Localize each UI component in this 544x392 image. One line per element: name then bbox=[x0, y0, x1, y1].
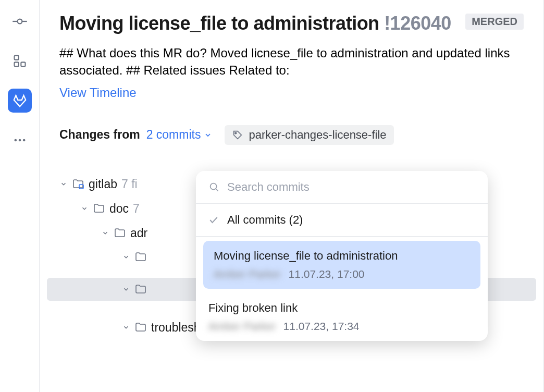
apps-nav-icon[interactable] bbox=[8, 49, 32, 73]
status-badge: MERGED bbox=[465, 14, 524, 30]
mr-title-text: Moving license_file to administration bbox=[59, 13, 379, 34]
commit-title: Fixing broken link bbox=[208, 301, 475, 315]
repo-folder-icon bbox=[72, 178, 84, 190]
tree-node-name: doc bbox=[109, 202, 129, 216]
branch-chip[interactable]: parker-changes-license-file bbox=[225, 125, 393, 145]
svg-point-7 bbox=[18, 139, 21, 142]
svg-rect-3 bbox=[14, 56, 18, 60]
svg-rect-5 bbox=[21, 62, 25, 66]
all-commits-label: All commits (2) bbox=[227, 213, 303, 227]
chevron-down-icon bbox=[59, 180, 68, 188]
commit-item[interactable]: Fixing broken link Amber Parker 11.07.23… bbox=[196, 293, 488, 341]
mr-number: !126040 bbox=[384, 13, 451, 34]
left-sidebar bbox=[0, 0, 40, 392]
svg-point-6 bbox=[14, 139, 17, 142]
tree-node-name: gitlab bbox=[89, 177, 117, 191]
commit-title: Moving license_file to administration bbox=[214, 249, 470, 263]
chevron-down-icon bbox=[101, 229, 109, 237]
commits-search-row bbox=[196, 171, 488, 204]
chevron-down-icon bbox=[80, 204, 89, 213]
changes-from-label: Changes from bbox=[59, 128, 140, 142]
chevron-down-icon bbox=[204, 131, 212, 139]
branch-name: parker-changes-license-file bbox=[249, 128, 386, 142]
chevron-down-icon bbox=[122, 323, 130, 332]
tag-icon bbox=[232, 129, 243, 141]
svg-point-8 bbox=[22, 139, 25, 142]
svg-point-11 bbox=[211, 183, 217, 190]
search-commits-input[interactable] bbox=[227, 180, 475, 194]
commit-item[interactable]: Moving license_file to administration Am… bbox=[203, 241, 480, 289]
mr-description: ## What does this MR do? Moved licnese_f… bbox=[59, 44, 524, 79]
commits-count-text: 2 commits bbox=[146, 128, 201, 142]
commits-nav-icon[interactable] bbox=[8, 9, 32, 33]
folder-icon bbox=[114, 227, 126, 239]
search-icon bbox=[208, 181, 220, 193]
commit-author: Amber Parker bbox=[208, 320, 276, 333]
commit-author: Amber Parker bbox=[214, 268, 281, 280]
svg-point-0 bbox=[17, 19, 22, 24]
commit-date: 11.07.23, 17:34 bbox=[283, 320, 360, 333]
tree-node-name: adr bbox=[130, 226, 147, 240]
svg-line-12 bbox=[216, 189, 218, 191]
commits-popup: All commits (2) Moving license_file to a… bbox=[196, 171, 488, 341]
check-icon bbox=[208, 215, 219, 225]
main-panel: Moving license_file to administration !1… bbox=[40, 0, 544, 392]
commit-date: 11.07.23, 17:00 bbox=[289, 268, 365, 280]
svg-rect-4 bbox=[14, 62, 18, 66]
folder-icon bbox=[93, 202, 105, 215]
tree-node-count: 7 fi bbox=[121, 177, 138, 191]
svg-point-9 bbox=[235, 132, 237, 134]
commits-dropdown[interactable]: 2 commits bbox=[146, 128, 213, 142]
chevron-down-icon bbox=[122, 285, 130, 293]
folder-icon bbox=[134, 283, 147, 296]
chevron-down-icon bbox=[122, 253, 130, 261]
more-nav-icon[interactable] bbox=[8, 128, 32, 152]
folder-icon bbox=[134, 251, 147, 263]
folder-icon bbox=[134, 321, 147, 334]
gitlab-nav-icon[interactable] bbox=[8, 89, 32, 113]
view-timeline-link[interactable]: View Timeline bbox=[59, 85, 137, 100]
tree-node-count: 7 bbox=[133, 202, 140, 216]
all-commits-option[interactable]: All commits (2) bbox=[196, 204, 488, 237]
mr-title: Moving license_file to administration !1… bbox=[59, 11, 451, 36]
